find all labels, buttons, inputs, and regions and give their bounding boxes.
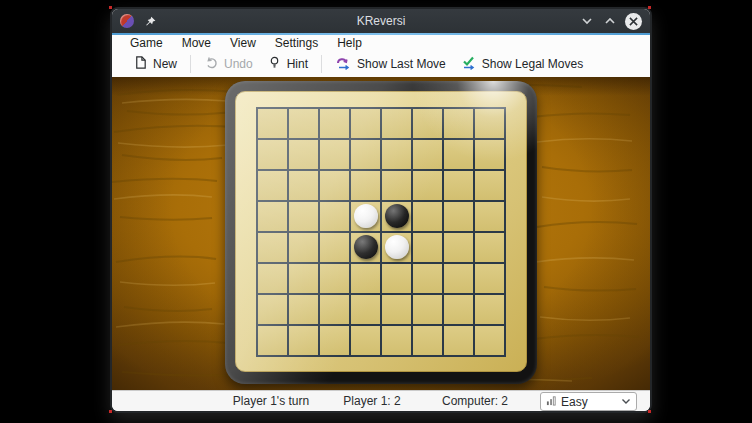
chevron-up-icon[interactable] xyxy=(602,13,618,29)
close-x-icon[interactable] xyxy=(625,13,642,30)
board-cell-6-5[interactable] xyxy=(413,295,442,324)
titlebar[interactable]: KReversi xyxy=(112,9,650,33)
board-cell-7-1[interactable] xyxy=(289,326,318,355)
toolbar-separator xyxy=(321,55,322,73)
difficulty-bars-icon xyxy=(546,395,557,409)
show-legal-moves-button[interactable]: Show Legal Moves xyxy=(453,53,590,76)
board-cell-1-3[interactable] xyxy=(351,140,380,169)
board-cell-5-6[interactable] xyxy=(444,264,473,293)
board-cell-6-7[interactable] xyxy=(475,295,504,324)
board-cell-0-4[interactable] xyxy=(382,109,411,138)
board-cell-4-4[interactable] xyxy=(382,233,411,262)
board-cell-4-1[interactable] xyxy=(289,233,318,262)
board-cell-2-5[interactable] xyxy=(413,171,442,200)
board-cell-3-4[interactable] xyxy=(382,202,411,231)
board-cell-0-7[interactable] xyxy=(475,109,504,138)
board-cell-0-5[interactable] xyxy=(413,109,442,138)
board-cell-3-3[interactable] xyxy=(351,202,380,231)
board-cell-1-0[interactable] xyxy=(258,140,287,169)
computer-score: Computer: 2 xyxy=(442,394,508,408)
board-cell-7-4[interactable] xyxy=(382,326,411,355)
board-cell-3-1[interactable] xyxy=(289,202,318,231)
board-cell-5-4[interactable] xyxy=(382,264,411,293)
board-cell-4-7[interactable] xyxy=(475,233,504,262)
board-cell-3-7[interactable] xyxy=(475,202,504,231)
board-cell-2-3[interactable] xyxy=(351,171,380,200)
board-cell-1-4[interactable] xyxy=(382,140,411,169)
board-cell-6-2[interactable] xyxy=(320,295,349,324)
undo-button[interactable]: Undo xyxy=(197,53,260,75)
hint-button[interactable]: Hint xyxy=(260,53,315,75)
board-cell-2-2[interactable] xyxy=(320,171,349,200)
board-cell-4-6[interactable] xyxy=(444,233,473,262)
board-cell-4-3[interactable] xyxy=(351,233,380,262)
board-cell-5-5[interactable] xyxy=(413,264,442,293)
pin-icon[interactable] xyxy=(144,15,157,28)
board-cell-4-2[interactable] xyxy=(320,233,349,262)
board-cell-0-3[interactable] xyxy=(351,109,380,138)
board-cell-5-0[interactable] xyxy=(258,264,287,293)
board-cell-3-2[interactable] xyxy=(320,202,349,231)
board-cell-2-7[interactable] xyxy=(475,171,504,200)
show-last-move-label: Show Last Move xyxy=(357,57,446,71)
board-cell-0-2[interactable] xyxy=(320,109,349,138)
corner-dot xyxy=(109,6,112,9)
board-cell-2-4[interactable] xyxy=(382,171,411,200)
board-cell-4-5[interactable] xyxy=(413,233,442,262)
corner-dot xyxy=(648,410,651,413)
white-piece xyxy=(385,235,409,259)
menubar: Game Move View Settings Help xyxy=(112,35,650,51)
chevron-down-icon[interactable] xyxy=(579,13,595,29)
difficulty-dropdown[interactable]: Easy xyxy=(540,392,637,411)
board-cell-3-0[interactable] xyxy=(258,202,287,231)
show-last-move-button[interactable]: Show Last Move xyxy=(328,53,453,76)
board-cell-7-6[interactable] xyxy=(444,326,473,355)
board-cell-6-6[interactable] xyxy=(444,295,473,324)
board-cell-4-0[interactable] xyxy=(258,233,287,262)
board-grid xyxy=(256,107,506,357)
chevron-down-icon xyxy=(621,395,631,409)
legal-moves-check-icon xyxy=(460,55,477,74)
board-cell-2-6[interactable] xyxy=(444,171,473,200)
white-piece xyxy=(354,204,378,228)
board-cell-1-6[interactable] xyxy=(444,140,473,169)
menu-move[interactable]: Move xyxy=(182,35,211,51)
board-cell-1-5[interactable] xyxy=(413,140,442,169)
board-cell-1-7[interactable] xyxy=(475,140,504,169)
menu-view[interactable]: View xyxy=(230,35,256,51)
menu-help[interactable]: Help xyxy=(337,35,362,51)
board-cell-6-3[interactable] xyxy=(351,295,380,324)
board-gold-surface xyxy=(235,91,527,372)
board-cell-6-0[interactable] xyxy=(258,295,287,324)
board-cell-3-5[interactable] xyxy=(413,202,442,231)
board-cell-7-3[interactable] xyxy=(351,326,380,355)
board-cell-5-2[interactable] xyxy=(320,264,349,293)
menu-settings[interactable]: Settings xyxy=(275,35,318,51)
board-cell-2-0[interactable] xyxy=(258,171,287,200)
board-cell-5-1[interactable] xyxy=(289,264,318,293)
board-cell-7-7[interactable] xyxy=(475,326,504,355)
black-piece xyxy=(385,204,409,228)
hint-lightbulb-icon xyxy=(267,55,282,73)
board-cell-1-2[interactable] xyxy=(320,140,349,169)
menu-game[interactable]: Game xyxy=(130,35,163,51)
board-cell-5-7[interactable] xyxy=(475,264,504,293)
board-cell-0-0[interactable] xyxy=(258,109,287,138)
black-piece xyxy=(354,235,378,259)
window-title: KReversi xyxy=(112,14,650,28)
board-cell-7-2[interactable] xyxy=(320,326,349,355)
board-cell-6-1[interactable] xyxy=(289,295,318,324)
game-board-area xyxy=(112,77,650,390)
board-cell-2-1[interactable] xyxy=(289,171,318,200)
board-cell-0-1[interactable] xyxy=(289,109,318,138)
board-cell-3-6[interactable] xyxy=(444,202,473,231)
board-cell-5-3[interactable] xyxy=(351,264,380,293)
board-cell-6-4[interactable] xyxy=(382,295,411,324)
new-button[interactable]: New xyxy=(126,53,184,75)
last-move-arrow-icon xyxy=(335,55,352,74)
board-cell-7-0[interactable] xyxy=(258,326,287,355)
board-cell-7-5[interactable] xyxy=(413,326,442,355)
board-cell-0-6[interactable] xyxy=(444,109,473,138)
board-cell-1-1[interactable] xyxy=(289,140,318,169)
show-legal-moves-label: Show Legal Moves xyxy=(482,57,583,71)
